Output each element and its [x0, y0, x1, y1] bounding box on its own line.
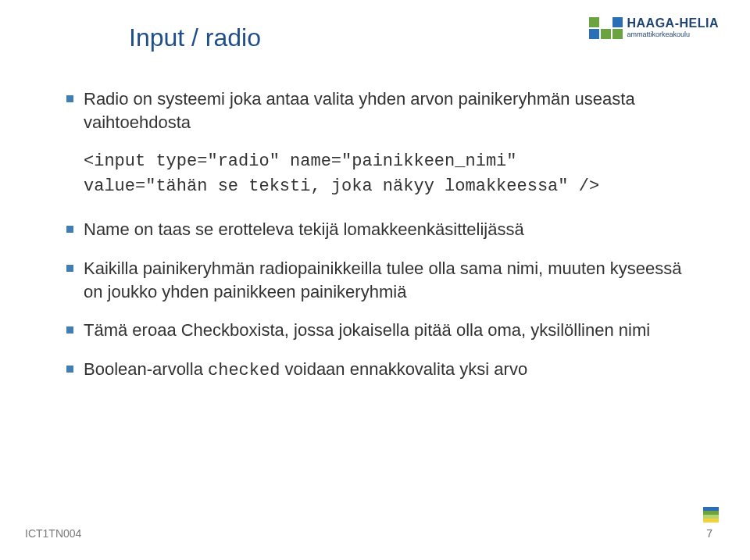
bullet-item: Radio on systeemi joka antaa valita yhde…: [66, 87, 695, 134]
bullet-list: Radio on systeemi joka antaa valita yhde…: [66, 87, 695, 134]
bullet-item: Tämä eroaa Checkboxista, jossa jokaisell…: [66, 319, 695, 342]
logo-mark-icon: [589, 17, 623, 39]
color-stripe-icon: [703, 507, 719, 523]
bullet-item: Boolean-arvolla checked voidaan ennakkov…: [66, 358, 695, 383]
slide: HAAGA-HELIA ammattikorkeakoulu Input / r…: [0, 0, 750, 560]
code-line: value="tähän se teksti, joka näkyy lomak…: [84, 174, 695, 199]
bullet-text-pre: Boolean-arvolla: [84, 359, 208, 379]
footer-code: ICT1TN004: [25, 527, 81, 540]
bullet-list: Name on taas se erotteleva tekijä lomakk…: [66, 218, 695, 382]
brand-logo: HAAGA-HELIA ammattikorkeakoulu: [589, 17, 720, 39]
code-line: <input type="radio" name="painikkeen_nim…: [84, 149, 695, 174]
bullet-text-post: voidaan ennakkovalita yksi arvo: [280, 359, 527, 379]
logo-tagline: ammattikorkeakoulu: [627, 31, 691, 38]
logo-brand: HAAGA-HELIA: [627, 17, 720, 30]
logo-text: HAAGA-HELIA ammattikorkeakoulu: [627, 17, 720, 38]
inline-code: checked: [208, 361, 280, 380]
code-block: <input type="radio" name="painikkeen_nim…: [84, 149, 695, 199]
page-number: 7: [706, 527, 712, 540]
bullet-item: Kaikilla painikeryhmän radiopainikkeilla…: [66, 257, 695, 303]
bullet-item: Name on taas se erotteleva tekijä lomakk…: [66, 218, 695, 241]
logo-row: HAAGA-HELIA ammattikorkeakoulu: [589, 17, 720, 39]
